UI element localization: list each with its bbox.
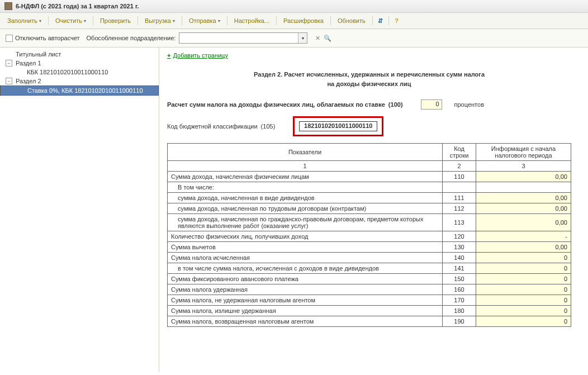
collapse-icon[interactable]: − bbox=[6, 78, 12, 84]
send-button[interactable]: Отправка▾ bbox=[185, 15, 224, 26]
separator bbox=[276, 16, 277, 25]
row-label: Сумма налога, излишне удержанная bbox=[168, 306, 443, 316]
rate-line: Расчет сумм налога на доходы физических … bbox=[167, 99, 571, 110]
titlebar: 6-НДФЛ (с 2021 года) за 1 квартал 2021 г… bbox=[0, 0, 588, 13]
colnum-2: 2 bbox=[443, 161, 476, 172]
subdivision-label: Обособленное подразделение: bbox=[87, 35, 176, 41]
row-code: 111 bbox=[443, 193, 476, 203]
tree-section2-rate-kbk[interactable]: Ставка 0%, КБК 18210102010011000110 bbox=[0, 86, 159, 96]
separator bbox=[48, 16, 49, 25]
tree-section2[interactable]: − Раздел 2 bbox=[0, 77, 159, 86]
kbk-label: Код бюджетной классификации bbox=[167, 123, 258, 130]
row-value[interactable]: 0 bbox=[476, 263, 571, 274]
row-value[interactable]: 0 bbox=[476, 316, 571, 327]
row-value[interactable]: 0,00 bbox=[476, 193, 571, 203]
disable-autocalc-label: Отключить авторасчет bbox=[15, 35, 80, 41]
chevron-down-icon: ▾ bbox=[84, 18, 86, 23]
table-row: Сумма налога, не удержанная налоговым аг… bbox=[168, 295, 571, 306]
export-button[interactable]: Выгрузка▾ bbox=[141, 15, 179, 26]
table-row: сумма дохода, начисленная по трудовым до… bbox=[168, 203, 571, 214]
tree-title-page[interactable]: Титульный лист bbox=[0, 50, 159, 59]
row-label: сумма дохода, начисленная по трудовым до… bbox=[168, 203, 443, 214]
table-row: Сумма налога, возвращенная налоговым аге… bbox=[168, 316, 571, 327]
kbk-highlight: 18210102010011000110 bbox=[293, 116, 383, 136]
row-label: в том числе сумма налога, исчисленная с … bbox=[168, 263, 443, 274]
row-code: 160 bbox=[443, 284, 476, 295]
table-row: Сумма налога исчисленная1400 bbox=[168, 253, 571, 263]
row-label: сумма дохода, начисленная по гражданско-… bbox=[168, 214, 443, 231]
disable-autocalc-checkbox[interactable]: Отключить авторасчет bbox=[6, 35, 80, 42]
add-page-link[interactable]: + Добавить страницу bbox=[167, 52, 228, 59]
check-button[interactable]: Проверить bbox=[96, 15, 135, 26]
clear-combo-icon[interactable]: ✕ bbox=[313, 34, 322, 42]
row-code: 141 bbox=[443, 263, 476, 274]
calc-label: Расчет сумм налога на доходы физических … bbox=[167, 101, 385, 108]
separator bbox=[227, 16, 227, 25]
refresh-button[interactable]: Обновить bbox=[334, 15, 369, 26]
clear-button[interactable]: Очистить▾ bbox=[51, 15, 90, 26]
rate-input[interactable]: 0 bbox=[421, 99, 442, 110]
row-value[interactable]: 0 bbox=[476, 295, 571, 306]
kbk-input[interactable]: 18210102010011000110 bbox=[299, 121, 377, 131]
chevron-down-icon: ▾ bbox=[218, 18, 220, 23]
combo-dropdown-icon[interactable]: ▾ bbox=[298, 33, 307, 43]
row-value[interactable]: 0,00 bbox=[476, 203, 571, 214]
subdivision-combo[interactable]: ▾ bbox=[179, 32, 307, 44]
settings-button[interactable]: Настройка... bbox=[230, 15, 273, 26]
window-title: 6-НДФЛ (с 2021 года) за 1 квартал 2021 г… bbox=[16, 3, 139, 10]
app-icon bbox=[4, 2, 12, 10]
tree-section1-kbk[interactable]: КБК 18210102010011000110 bbox=[0, 68, 159, 77]
row-label: Сумма вычетов bbox=[168, 242, 443, 253]
search-combo-icon[interactable]: 🔍 bbox=[323, 34, 332, 42]
collapse-icon[interactable]: − bbox=[6, 60, 12, 67]
help-icon[interactable]: ? bbox=[392, 16, 402, 26]
table-row: Сумма дохода, начисленная физическим лиц… bbox=[168, 172, 571, 182]
tree-section1[interactable]: − Раздел 1 bbox=[0, 59, 159, 68]
row-value[interactable]: 0 bbox=[476, 306, 571, 316]
separator bbox=[330, 16, 331, 25]
row-value[interactable]: - bbox=[476, 231, 571, 242]
row-value[interactable]: 0,00 bbox=[476, 172, 571, 182]
colnum-3: 3 bbox=[476, 161, 571, 172]
row-value[interactable]: 0,00 bbox=[476, 214, 571, 231]
row-value[interactable]: 0 bbox=[476, 274, 571, 284]
percent-label: процентов bbox=[454, 101, 484, 108]
separator bbox=[137, 16, 138, 25]
row-value[interactable]: 0,00 bbox=[476, 242, 571, 253]
separator bbox=[372, 16, 373, 25]
toolbar: Заполнить▾ Очистить▾ Проверить Выгрузка▾… bbox=[0, 13, 588, 29]
row-value bbox=[476, 182, 571, 193]
row-value[interactable]: 0 bbox=[476, 253, 571, 263]
fill-button[interactable]: Заполнить▾ bbox=[3, 15, 45, 26]
row-value[interactable]: 0 bbox=[476, 284, 571, 295]
table-row: в том числе сумма налога, исчисленная с … bbox=[168, 263, 571, 274]
row-code: 113 bbox=[443, 214, 476, 231]
table-row: В том числе: bbox=[168, 182, 571, 193]
row-code: 180 bbox=[443, 306, 476, 316]
row-label: Сумма налога исчисленная bbox=[168, 253, 443, 263]
sidebar-tree: Титульный лист − Раздел 1 КБК 1821010201… bbox=[0, 48, 159, 372]
main-panel: + Добавить страницу Раздел 2. Расчет исч… bbox=[159, 48, 588, 372]
row-code: 190 bbox=[443, 316, 476, 327]
table-row: сумма дохода, начисленная в виде дивиден… bbox=[168, 193, 571, 203]
expand-collapse-icon[interactable]: ⇵ bbox=[376, 16, 386, 26]
kbk-code: (105) bbox=[261, 123, 276, 130]
colnum-1: 1 bbox=[168, 161, 443, 172]
table-row: Сумма налога, излишне удержанная1800 bbox=[168, 306, 571, 316]
row-code: 140 bbox=[443, 253, 476, 263]
decode-button[interactable]: Расшифровка bbox=[279, 15, 328, 26]
subtoolbar: Отключить авторасчет Обособленное подраз… bbox=[0, 29, 588, 48]
th-indicators: Показатели bbox=[168, 144, 443, 161]
th-period-info: Информация с начала налогового периода bbox=[476, 144, 571, 161]
separator bbox=[93, 16, 93, 25]
chevron-down-icon: ▾ bbox=[39, 18, 41, 23]
table-row: Количество физических лиц, получивших до… bbox=[168, 231, 571, 242]
separator bbox=[388, 16, 389, 25]
row-label: Сумма фиксированного авансового платежа bbox=[168, 274, 443, 284]
calc-code: (100) bbox=[388, 101, 403, 108]
row-label: Сумма налога, возвращенная налоговым аге… bbox=[168, 316, 443, 327]
row-label: сумма дохода, начисленная в виде дивиден… bbox=[168, 193, 443, 203]
row-code: 112 bbox=[443, 203, 476, 214]
chevron-down-icon: ▾ bbox=[173, 18, 175, 23]
separator bbox=[182, 16, 182, 25]
